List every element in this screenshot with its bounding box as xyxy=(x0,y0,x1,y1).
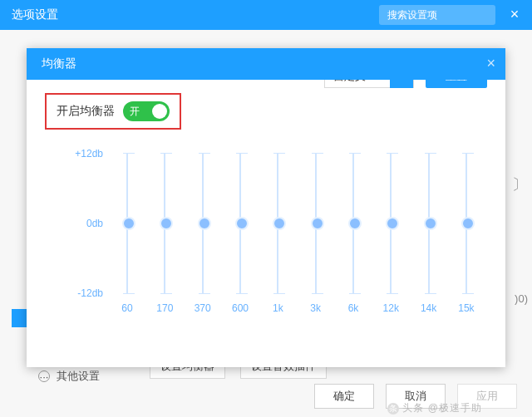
db-label-top: +12db xyxy=(75,148,103,159)
eq-slider-370[interactable]: 370 xyxy=(187,153,219,319)
freq-label: 3k xyxy=(310,302,321,314)
slider-track xyxy=(164,153,165,294)
freq-label: 6k xyxy=(348,302,359,314)
freq-label: 170 xyxy=(156,302,173,314)
modal-header: 均衡器 × xyxy=(27,48,505,80)
freq-label: 14k xyxy=(421,302,436,314)
eq-slider-1k[interactable]: 1k xyxy=(262,153,293,319)
watermark-icon: 条 xyxy=(387,403,399,415)
db-label-bot: -12db xyxy=(77,287,103,299)
slider-track xyxy=(390,153,392,294)
watermark: 条头条 @极速手助 xyxy=(387,401,482,415)
toggle-knob xyxy=(152,104,167,119)
equalizer-sliders: +12db 0db -12db 601703706001k3k6k12k14k1… xyxy=(45,153,487,319)
slider-track xyxy=(202,153,204,294)
slider-track xyxy=(352,153,354,294)
slider-track xyxy=(126,153,128,294)
search-placeholder: 搜索设置项 xyxy=(387,8,437,22)
modal-close-icon[interactable]: × xyxy=(486,55,495,72)
ok-button[interactable]: 确定 xyxy=(314,384,374,409)
search-box[interactable]: 搜索设置项 xyxy=(379,5,495,25)
eq-slider-3k[interactable]: 3k xyxy=(300,153,332,319)
slider-track xyxy=(277,153,278,294)
slider-handle[interactable] xyxy=(122,217,135,230)
slider-handle[interactable] xyxy=(235,217,249,230)
enable-equalizer-box: 开启均衡器 开 xyxy=(45,93,181,130)
sidebar-active-indicator xyxy=(12,309,27,327)
dots-icon: ··· xyxy=(38,370,50,382)
eq-slider-6k[interactable]: 6k xyxy=(337,153,369,319)
slider-handle[interactable] xyxy=(424,217,437,230)
slider-handle[interactable] xyxy=(160,217,173,230)
eq-slider-12k[interactable]: 12k xyxy=(375,153,406,319)
close-icon[interactable]: × xyxy=(507,7,522,22)
eq-slider-15k[interactable]: 15k xyxy=(451,153,482,319)
slider-handle[interactable] xyxy=(273,217,286,230)
settings-title: 选项设置 xyxy=(12,7,58,22)
freq-label: 1k xyxy=(273,302,283,314)
slider-track xyxy=(428,153,430,294)
equalizer-modal: 均衡器 × 开启均衡器 开 自定义 ▾ 重置 +12db 0db -12db xyxy=(27,48,505,367)
enable-toggle[interactable]: 开 xyxy=(123,101,170,121)
stray-bracket: 〕 xyxy=(512,174,527,194)
freq-label: 600 xyxy=(232,302,249,314)
freq-label: 15k xyxy=(458,302,474,314)
slider-handle[interactable] xyxy=(386,217,399,230)
db-label-mid: 0db xyxy=(86,218,103,229)
slider-track xyxy=(315,153,317,294)
freq-label: 60 xyxy=(121,302,132,314)
slider-track xyxy=(466,153,467,294)
stray-text: )0) xyxy=(515,292,528,305)
slider-handle[interactable] xyxy=(198,217,211,230)
settings-header: 选项设置 搜索设置项 × xyxy=(0,0,532,30)
eq-slider-170[interactable]: 170 xyxy=(149,153,180,319)
slider-handle[interactable] xyxy=(348,217,362,230)
db-axis: +12db 0db -12db xyxy=(45,153,111,302)
slider-track xyxy=(239,153,241,294)
eq-slider-14k[interactable]: 14k xyxy=(413,153,445,319)
toggle-state: 开 xyxy=(130,105,140,119)
modal-title: 均衡器 xyxy=(42,56,76,71)
slider-handle[interactable] xyxy=(311,217,324,230)
enable-label: 开启均衡器 xyxy=(57,104,115,119)
eq-slider-600[interactable]: 600 xyxy=(224,153,256,319)
freq-label: 370 xyxy=(195,302,211,314)
eq-slider-60[interactable]: 60 xyxy=(111,153,143,319)
freq-label: 12k xyxy=(383,302,399,314)
slider-handle[interactable] xyxy=(461,217,475,230)
